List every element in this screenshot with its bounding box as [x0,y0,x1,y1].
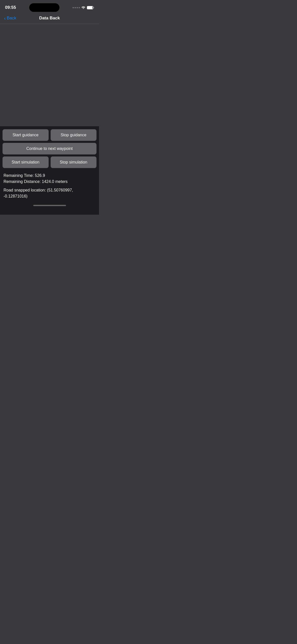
status-bar: 09:55 [0,0,99,14]
start-simulation-button[interactable]: Start simulation [3,156,49,168]
continue-waypoint-button[interactable]: Continue to next waypoint [3,143,96,154]
waypoint-button-row: Continue to next waypoint [3,143,96,154]
nav-bar: ‹ Back Data Back [0,14,99,24]
dynamic-island [29,3,59,12]
stop-simulation-button[interactable]: Stop simulation [51,156,97,168]
map-area [0,24,99,130]
status-time: 09:55 [5,5,16,10]
guidance-button-row: Start guidance Stop guidance [3,129,96,141]
stop-guidance-button[interactable]: Stop guidance [51,129,97,141]
simulation-button-row: Start simulation Stop simulation [3,156,96,168]
road-snapped-location-text: Road snapped location: (51.50760997, -0.… [4,187,95,199]
bottom-panel: Start guidance Stop guidance Continue to… [0,126,99,215]
info-section: Remaining Time: 526.9 Remaining Distance… [3,170,96,203]
back-button[interactable]: ‹ Back [4,15,16,21]
home-indicator-bar [33,205,66,206]
wifi-icon [81,6,85,10]
status-icons [73,6,94,10]
page-title: Data Back [39,16,60,21]
signal-icon [73,7,80,8]
home-indicator [3,203,96,206]
back-label: Back [7,16,16,21]
start-guidance-button[interactable]: Start guidance [3,129,49,141]
back-chevron-icon: ‹ [4,15,6,21]
battery-icon [87,6,94,9]
remaining-time-text: Remaining Time: 526.9 Remaining Distance… [4,173,95,185]
